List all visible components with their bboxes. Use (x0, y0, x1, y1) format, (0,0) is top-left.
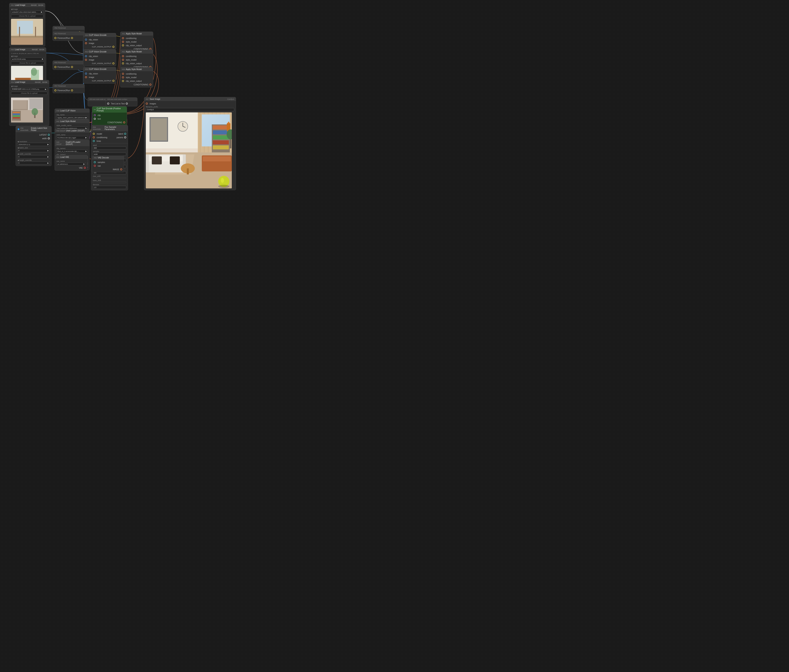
output-image-preview (146, 112, 232, 188)
text-list-to-text-48: #48 was-node-suite-comfyui Text List to … (105, 97, 137, 106)
output-mask-label-1: MASK (38, 4, 43, 6)
florence2-run-62-header: #62 Florence2 (53, 32, 85, 35)
svg-rect-63 (213, 140, 229, 144)
text-list-to-text-48-header: #48 was-node-suite-comfyui (105, 97, 137, 101)
dual-clip-header: #45 GGUF DualCLIPLoader (GGUF) (55, 140, 89, 146)
apply-style-model-59: #59 Apply Style Model conditioning style… (120, 67, 153, 88)
port-clip-6 (94, 114, 96, 116)
svg-rect-58 (151, 118, 167, 140)
upload-btn-1[interactable]: choose file to upload (11, 14, 43, 18)
image-value-1: or2be837-c5e1-4016-91d2-9d84befaa... (12, 11, 38, 13)
florence2run-row-62: Florence2Run (53, 36, 85, 40)
svg-rect-50 (203, 156, 231, 161)
port-out-62 (71, 37, 73, 39)
svg-rect-60 (213, 125, 229, 129)
port-clip-vision-41 (122, 45, 124, 46)
port-conditioning-41 (122, 37, 124, 39)
port-style-model-41 (122, 41, 124, 43)
apply-style-52-header: #52 Apply Style Model (120, 50, 153, 54)
florence2run-row-57: Florence2Run (53, 89, 85, 92)
clip-name1-input[interactable]: t5xxl_v1_1-xxl-encoder-Q8_... ▶ (56, 150, 88, 153)
clip-vision-encode-60-header: #60 CLIP Vision Encode (83, 33, 116, 37)
vae-name-input[interactable]: ae.safetensors ▶ (56, 163, 86, 166)
unet-name-input[interactable]: FLUXflux1-dev-Q8_0.gguf ▶ (56, 136, 88, 139)
port-in-clip-vision-39 (85, 73, 87, 75)
port-samples-65 (94, 161, 96, 163)
load-vae-10: #10 Load VAE vae_name ae.safetensors ▶ V… (54, 155, 88, 171)
svg-rect-61 (213, 130, 229, 134)
image-field-1: ◀ image or2be837-c5e1-4016-91d2-9d84befa… (10, 8, 45, 14)
svg-rect-21 (13, 112, 20, 113)
image-input-3[interactable]: 智策顾问盖章 2024-11-22 170605.png ▶ (11, 88, 47, 91)
max-shift-input[interactable] (93, 177, 126, 179)
node-id-1: #61 (11, 4, 14, 6)
port-latent-64 (93, 140, 95, 142)
clip-vision-encode-53: #53 CLIP Vision Encode clip_vision image… (83, 49, 116, 66)
batch-size-input[interactable]: 0▶ (18, 149, 50, 152)
height-override-input[interactable]: 0▶ (18, 161, 50, 164)
image-input-2[interactable]: ▲DSC05446.webp ▶ (11, 57, 45, 61)
svg-point-13 (31, 68, 37, 76)
upload-btn-3[interactable]: choose file to upload (11, 92, 47, 95)
image-preview-1 (11, 19, 43, 45)
node-header-load-image-3: #54 Load Image IMAGE MASK (10, 80, 49, 84)
load-vae-header: #10 Load VAE (55, 155, 88, 159)
port-clip-59 (122, 80, 124, 82)
filename-prefix-input[interactable]: ComfyUI (146, 108, 234, 111)
port-in-48 (107, 102, 109, 105)
svg-rect-48 (170, 156, 180, 164)
port-in-62 (54, 37, 56, 39)
image-field-3: ◀ image 智策顾问盖章 2024-11-22 170605.png ▶ (10, 85, 49, 91)
load-image-node-3: #54 Load Image IMAGE MASK ◀ image 智策顾问盖章… (9, 80, 49, 126)
svg-rect-30 (200, 112, 201, 152)
svg-rect-22 (13, 113, 20, 115)
resolution-value: 1024x1024 (1:1) (18, 144, 30, 145)
image-field-2: ◀ image ▲DSC05446.webp ▶ (10, 55, 46, 61)
seed-input[interactable]: 888 (93, 147, 126, 150)
width-override-input[interactable]: 0▶ (18, 155, 50, 158)
svg-point-26 (32, 108, 38, 115)
upload-btn-2[interactable]: choose file to upload (11, 61, 45, 65)
node-title-1: Load Image (15, 4, 26, 6)
empty-latent-header: 🔷 #58 essentials Empty Latent Size Picke… (16, 126, 51, 132)
florence2-download-header: #56 Florence2 (53, 26, 85, 30)
clip-name-input-38[interactable]: sigclip_vision_patch14_384.safetensors ▶ (56, 116, 88, 119)
denoise-input[interactable]: 1.0 (93, 186, 126, 189)
output-image-label-1: IMAGE (31, 4, 37, 6)
port-conditioning-59 (122, 73, 124, 75)
clip-text-encode-6-header: #6 CLIP Text Encode (Positive Prompt) (92, 107, 127, 113)
florence2-run-55: #55 Florence2 Florence2Run (53, 61, 85, 70)
sampler-value: euler (94, 153, 98, 155)
unet-loader-header: #44 GGUF Unet Loader (GGUF) (55, 129, 89, 132)
image-input-1[interactable]: or2be837-c5e1-4016-91d2-9d84befaa... ▶ (11, 10, 43, 14)
save-image-header: #67 Save Image ComfyUI (144, 97, 236, 101)
resolution-input[interactable]: 1024x1024 (1:1) ▶ (18, 143, 50, 146)
port-out-57 (71, 89, 73, 91)
svg-rect-19 (13, 100, 27, 109)
svg-rect-24 (13, 117, 20, 119)
output-60: CLIP_VISION_OUTPUT (83, 45, 116, 49)
port-out-39 (112, 80, 114, 82)
port-out-55 (71, 66, 73, 68)
sampler-input[interactable]: euler (93, 153, 126, 156)
apply-style-model-41: #41 Apply Style Model conditioning style… (120, 32, 153, 52)
port-in-55 (54, 66, 56, 68)
port-params-out-64 (124, 136, 126, 139)
svg-rect-23 (13, 115, 20, 117)
image-input-60: image (83, 42, 116, 45)
port-style-52 (122, 59, 124, 61)
svg-rect-53 (187, 168, 189, 174)
save-image-67: #67 Save Image ComfyUI images filename_p… (144, 97, 236, 190)
svg-rect-51 (203, 161, 231, 171)
seed-value: 888 (94, 147, 97, 149)
florence2-run-57-header: #57 Florence2 (53, 84, 85, 88)
svg-rect-5 (19, 27, 20, 37)
clip-vision-input-60: clip_vision (83, 38, 116, 42)
empty-latent-size-picker-58: 🔷 #58 essentials Empty Latent Size Picke… (16, 126, 52, 166)
port-out-60 (112, 46, 114, 48)
port-out-vae-10 (84, 167, 86, 169)
port-out-59 (149, 84, 152, 86)
port-in-image-53 (85, 59, 87, 61)
base-shift-input[interactable] (93, 182, 126, 183)
port-in-clip-vision-60 (85, 38, 87, 41)
